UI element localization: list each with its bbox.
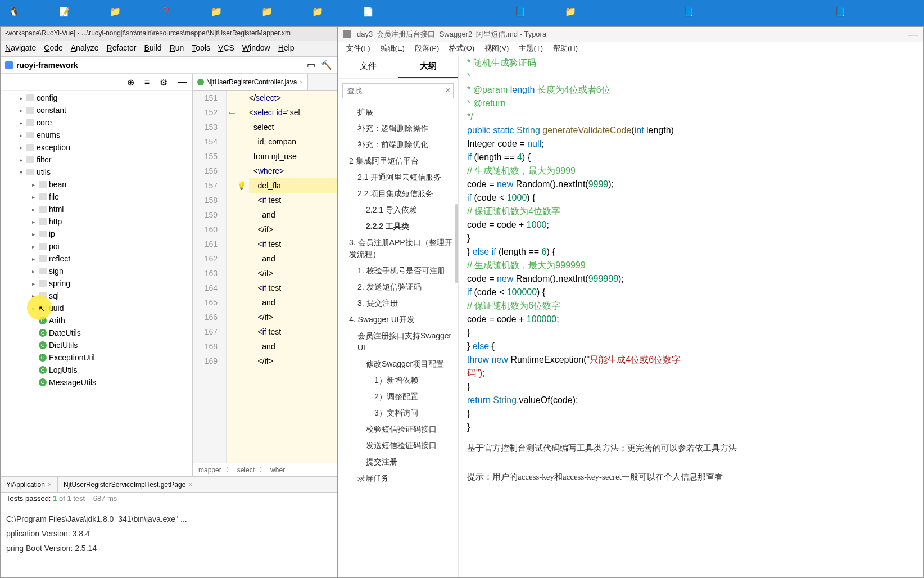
tree-item[interactable]: ▸spring [1,277,192,290]
crumb[interactable]: wher [270,466,285,474]
taskbar-icon-doc[interactable]: 📘 [677,0,700,22]
outline-item[interactable]: 3）文档访问 [338,405,458,421]
target-icon[interactable]: ⊕ [127,77,134,87]
taskbar-icon-doc[interactable]: 📄 [357,0,379,22]
outline-item[interactable]: 提交注册 [338,454,458,470]
outline-item[interactable]: 1. 校验手机号是否可注册 [338,263,458,279]
menu-help[interactable]: Help [278,43,295,54]
tree-item[interactable]: ▸constant [1,104,192,116]
menu-edit[interactable]: 编辑(E) [381,43,405,54]
tree-item[interactable]: ▸reflect [1,252,192,265]
outline-item[interactable]: 校验短信验证码接口 [338,421,458,437]
menu-run[interactable]: Run [170,43,184,54]
tab-file[interactable]: 文件 [338,56,398,78]
editor-tab[interactable]: NjtUserRegisterController.java × [193,74,308,90]
tree-item[interactable]: ▸poi [1,240,192,252]
tree-item[interactable]: CArith [1,314,192,327]
crumb[interactable]: mapper [198,466,221,474]
outline-item[interactable]: 2.1 开通阿里云短信服务 [338,169,458,186]
taskbar-icon-doc[interactable]: 📘 [509,0,531,22]
taskbar-icon-doc[interactable]: 📘 [829,0,851,22]
menu-format[interactable]: 格式(O) [449,43,474,54]
tree-item[interactable]: ▸http [1,215,192,228]
tree-item[interactable]: ▸enums [1,129,192,141]
menu-theme[interactable]: 主题(T) [519,43,543,54]
outline-item[interactable]: 2.2.1 导入依赖 [338,202,458,218]
outline-item[interactable]: 3. 会员注册APP接口（整理开发流程） [338,234,458,263]
outline-item[interactable]: 发送短信验证码接口 [338,437,458,454]
outline-item[interactable]: 补充：逻辑删除操作 [338,120,458,137]
typora-window: day3_会员注册后台接口_Swagger2_阿里短信.md - Typora … [337,26,924,578]
tree-item[interactable]: ▸config [1,92,192,104]
run-tab[interactable]: NjtUserRegisterServiceImplTest.getPage × [58,477,198,492]
tab-outline[interactable]: 大纲 [398,56,458,78]
menu-paragraph[interactable]: 段落(P) [415,43,439,54]
menu-vcs[interactable]: VCS [218,43,234,54]
menu-help[interactable]: 帮助(H) [553,43,578,54]
collapse-icon[interactable]: ≡ [144,77,150,87]
back-arrow-icon[interactable]: ← [227,105,238,120]
taskbar-icon-folder[interactable]: 📁 [256,0,278,22]
settings-icon[interactable]: ⚙ [160,77,167,87]
tree-item[interactable]: ▸file [1,191,192,203]
tree-item[interactable]: ▸filter [1,153,192,166]
menu-code[interactable]: Code [44,43,62,54]
close-icon[interactable]: × [48,481,52,489]
outline-item[interactable]: 1）新增依赖 [338,372,458,389]
taskbar-icon-notepad[interactable]: 📝 [53,0,76,22]
tree-item[interactable]: CExceptionUtil [1,351,192,364]
outline-item[interactable]: 会员注册接口支持Swagger UI [338,328,458,356]
tree-item[interactable]: ▸sign [1,265,192,277]
code-content[interactable]: ← 💡 </select><select id="sel select id, … [243,91,337,463]
bulb-icon[interactable]: 💡 [237,178,246,193]
scrollbar[interactable] [455,204,458,283]
crumb[interactable]: select [237,466,255,474]
tree-item[interactable]: ▾utils [1,166,192,178]
outline-item[interactable]: 3. 提交注册 [338,295,458,311]
tree-item[interactable]: ▸exception [1,141,192,153]
tree-item[interactable]: ▸ip [1,228,192,240]
close-icon[interactable]: × [445,85,450,96]
menu-file[interactable]: 文件(F) [346,43,370,54]
taskbar-icon-folder[interactable]: 📁 [104,0,126,22]
menu-analyze[interactable]: Analyze [71,43,99,54]
typora-titlebar: day3_会员注册后台接口_Swagger2_阿里短信.md - Typora … [338,27,923,42]
outline-item[interactable]: 2. 发送短信验证码 [338,279,458,295]
tree-item[interactable]: CDateUtils [1,327,192,339]
close-icon[interactable]: × [188,481,192,489]
tree-item[interactable]: CLogUtils [1,364,192,376]
close-icon[interactable]: × [299,79,302,85]
tree-item[interactable]: CDictUtils [1,339,192,351]
tree-item[interactable]: ▸core [1,116,192,129]
hide-icon[interactable]: — [178,77,187,87]
minimize-icon[interactable]: — [908,29,918,40]
menu-build[interactable]: Build [144,43,162,54]
taskbar-icon-qq[interactable]: 🐧 [3,0,25,22]
outline-item[interactable]: 补充：前端删除优化 [338,137,458,153]
taskbar-icon-folder[interactable]: 📁 [559,0,582,22]
tree-item[interactable]: ▸bean [1,178,192,191]
taskbar-icon-folder[interactable]: 📁 [306,0,329,22]
content-panel[interactable]: * 随机生成验证码 * * @param length 长度为4位或者6位 * … [459,56,923,577]
outline-item[interactable]: 修改Swagger项目配置 [338,356,458,372]
taskbar-icon-folder[interactable]: 📁 [205,0,228,22]
menu-view[interactable]: 视图(V) [484,43,509,54]
outline-item[interactable]: 2）调整配置 [338,389,458,405]
outline-item[interactable]: 录屏任务 [338,470,458,486]
menu-window[interactable]: Window [242,43,270,54]
menu-refactor[interactable]: Refactor [107,43,137,54]
menu-tools[interactable]: Tools [192,43,210,54]
search-input[interactable] [342,83,454,98]
tree-item[interactable]: CMessageUtils [1,376,192,389]
build-icon[interactable]: 🔨 [321,60,332,70]
outline-item[interactable]: 2.2 项目集成短信服务 [338,186,458,202]
outline-item[interactable]: 扩展 [338,104,458,120]
outline-item[interactable]: 2 集成阿里短信平台 [338,153,458,169]
outline-item[interactable]: 2.2.2 工具类 [338,218,458,234]
menu-navigate[interactable]: Navigate [5,43,36,54]
header-icon[interactable]: ▭ [307,60,315,70]
taskbar-icon-help[interactable]: ❓ [155,0,177,22]
outline-item[interactable]: 4. Swagger UI开发 [338,311,458,328]
run-tab[interactable]: YiApplication × [1,477,58,492]
tree-item[interactable]: ▸html [1,203,192,215]
